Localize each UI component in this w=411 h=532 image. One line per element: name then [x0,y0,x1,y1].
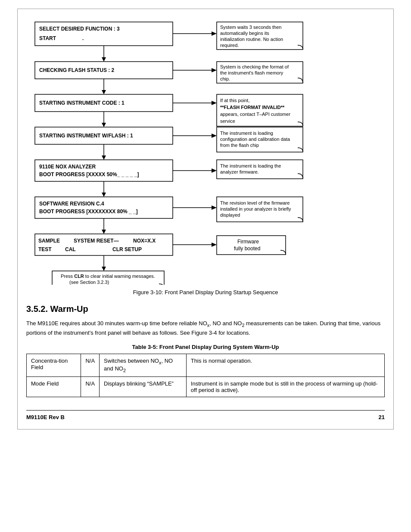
svg-text:**FLASH FORMAT INVALID**: **FLASH FORMAT INVALID** [220,105,285,110]
svg-text:The revision level of the firm: The revision level of the firmware [220,200,290,205]
diagram-area: SELECT DESIRED FUNCTION : 3 START . Syst… [26,18,385,285]
body-paragraph: The M9110E requires about 30 minutes war… [26,319,385,337]
svg-marker-48 [212,168,217,173]
figure-caption: Figure 3-10: Front Panel Display During … [26,289,385,296]
section-title: Warm-Up [50,304,88,314]
svg-text:TEST: TEST [38,246,52,252]
svg-text:If at this point,: If at this point, [220,98,249,103]
svg-text:System waits 3 seconds then: System waits 3 seconds then [220,25,281,30]
svg-text:The instrument is loading: The instrument is loading [220,131,273,136]
startup-diagram: SELECT DESIRED FUNCTION : 3 START . Syst… [26,18,397,285]
svg-text:.: . [82,35,84,41]
table-caption: Table 3-5: Front Panel Display During Sy… [26,344,385,350]
svg-text:START: START [39,35,56,41]
svg-text:NOX=X.X: NOX=X.X [133,238,156,244]
svg-marker-64 [102,230,106,234]
body-text-start: The M9110E requires about 30 minutes war… [26,320,207,327]
svg-text:configuration and calibration : configuration and calibration data [220,137,290,142]
svg-text:SYSTEM RESET—: SYSTEM RESET— [74,238,119,244]
body-text-mid: , NO and NO [209,320,242,327]
table-cell-col2: N/A [81,354,100,376]
table-cell-col4: Instrument is in sample mode but is stil… [186,376,384,397]
section-number: 3.5.2. [26,304,48,314]
svg-text:System is checking the format : System is checking the format of [220,64,289,69]
svg-marker-37 [212,134,217,138]
svg-marker-26 [212,101,217,105]
svg-text:(see Section 3.2.3): (see Section 3.2.3) [69,280,109,285]
svg-text:9110E NOX ANALYZER: 9110E NOX ANALYZER [39,164,96,170]
svg-marker-16 [212,68,217,72]
page-container: SELECT DESIRED FUNCTION : 3 START . Syst… [17,9,394,429]
svg-text:CLR  SETUP: CLR SETUP [112,246,142,252]
table-row: Concentra-tion Field N/A Switches betwee… [27,354,385,376]
svg-text:BOOT PROGRESS [XXXXXXXX 80%  _: BOOT PROGRESS [XXXXXXXX 80% _ _] [39,208,138,215]
svg-text:the instrument's flash memory: the instrument's flash memory [220,70,283,75]
svg-text:CHECKING FLASH STATUS         : CHECKING FLASH STATUS : 2 [39,67,115,73]
warm-up-table: Concentra-tion Field N/A Switches betwee… [26,354,385,397]
svg-text:from  the flash chip: from the flash chip [220,143,259,148]
table-cell-col2: N/A [81,376,100,397]
table-cell-col4: This is normal operation. [186,354,384,376]
svg-text:SAMPLE: SAMPLE [38,238,60,244]
svg-text:service: service [220,118,235,124]
svg-text:CAL: CAL [65,246,76,252]
svg-marker-78 [102,267,106,271]
svg-marker-12 [102,57,106,62]
svg-text:STARTING INSTRUMENT CODE     :: STARTING INSTRUMENT CODE : 1 [39,100,125,106]
svg-text:initialization routine. No act: initialization routine. No action [220,37,283,42]
svg-text:displayed: displayed [220,212,240,218]
svg-text:Firmware: Firmware [237,239,259,245]
svg-rect-44 [35,160,173,181]
svg-marker-53 [102,193,106,197]
svg-marker-73 [212,243,217,247]
footer-left: M9110E Rev B [26,414,65,420]
svg-text:SELECT DESIRED FUNCTION       : SELECT DESIRED FUNCTION : 3 [39,26,120,32]
svg-text:automatically begins its: automatically begins its [220,31,269,36]
svg-rect-54 [35,197,173,218]
svg-text:fully booted: fully booted [234,246,260,252]
table-row: Mode Field N/A Displays blinking “SAMPLE… [27,376,385,397]
svg-text:required.: required. [220,43,239,48]
svg-text:installed in your analyzer is : installed in your analyzer is briefly [220,206,291,212]
svg-rect-65 [35,234,173,255]
svg-text:chip.: chip. [220,76,230,81]
svg-marker-43 [102,156,106,160]
table-cell-col1: Mode Field [27,376,81,397]
svg-marker-58 [212,205,217,210]
svg-text:SOFTWARE REVISION C.4: SOFTWARE REVISION C.4 [39,201,104,207]
section-heading: 3.5.2. Warm-Up [26,304,385,314]
svg-marker-22 [102,90,106,94]
svg-text:Press CLR to clear initial war: Press CLR to clear initial warning messa… [61,274,155,279]
svg-text:BOOT PROGRESS [XXXXX 50%_ _ _ : BOOT PROGRESS [XXXXX 50%_ _ _ _ _] [39,171,139,177]
svg-text:analyzer firmware.: analyzer firmware. [220,169,259,174]
svg-text:appears, contact T–API custome: appears, contact T–API customer [220,112,290,117]
svg-marker-5 [212,31,217,36]
page-footer: M9110E Rev B 21 [26,410,385,420]
table-cell-col3: Switches between NOx, NO and NO2 [100,354,187,376]
table-cell-col3: Displays blinking “SAMPLE” [100,376,187,397]
svg-text:The instrument is loading the: The instrument is loading the [220,163,281,168]
svg-marker-33 [102,123,106,127]
table-cell-col1: Concentra-tion Field [27,354,81,376]
svg-text:STARTING INSTRUMENT  W/FLASH  : STARTING INSTRUMENT W/FLASH : 1 [39,133,133,139]
footer-right: 21 [379,414,385,420]
